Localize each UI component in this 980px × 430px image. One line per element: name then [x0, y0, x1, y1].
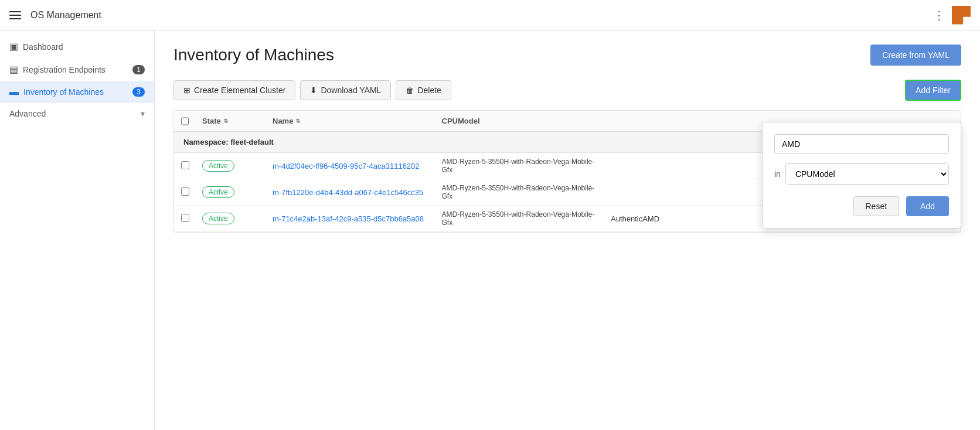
- state-sort-icon: ⇅: [223, 118, 228, 124]
- row2-name: m-7fb1220e-d4b4-43dd-a067-c4e1c546cc35: [266, 188, 435, 197]
- toolbar: ⊞ Create Elemental Cluster ⬇ Download YA…: [173, 80, 961, 101]
- trash-icon: 🗑: [406, 86, 414, 95]
- advanced-label: Advanced: [9, 109, 46, 118]
- endpoints-icon: ▤: [9, 64, 18, 75]
- select-all-cell: [174, 117, 195, 125]
- toolbar-left: ⊞ Create Elemental Cluster ⬇ Download YA…: [173, 80, 451, 100]
- create-cluster-label: Create Elemental Cluster: [194, 86, 285, 95]
- sidebar-item-label: Dashboard: [23, 42, 63, 52]
- row3-checkbox[interactable]: [181, 214, 189, 222]
- row1-name: m-4d2f04ec-ff96-4509-95c7-4aca31116202: [266, 162, 435, 170]
- cpumodel-header[interactable]: CPUModel: [435, 117, 604, 125]
- cluster-icon: ⊞: [183, 86, 190, 95]
- row2-cpu: AMD-Ryzen-5-3550H-with-Radeon-Vega-Mobil…: [435, 184, 604, 200]
- machine-link[interactable]: m-7fb1220e-d4b4-43dd-a067-c4e1c546cc35: [273, 188, 423, 197]
- row3-col4: AuthenticAMD: [604, 214, 773, 223]
- name-sort-icon: ⇅: [295, 118, 300, 124]
- filter-field-select[interactable]: CPUModel Name State: [785, 163, 949, 185]
- inventory-badge: 3: [132, 87, 145, 97]
- namespace-value: fleet-default: [230, 138, 274, 146]
- filter-reset-button[interactable]: Reset: [853, 196, 900, 216]
- layout: ▣ Dashboard ▤ Registration Endpoints 1 ▬…: [0, 30, 980, 430]
- dashboard-icon: ▣: [9, 41, 18, 52]
- name-header[interactable]: Name ⇅: [266, 117, 435, 125]
- sidebar-item-label: Registration Endpoints: [23, 65, 106, 74]
- status-badge: Active: [202, 213, 234, 224]
- sidebar-item-inventory[interactable]: ▬ Inventory of Machines 3: [0, 81, 154, 103]
- download-yaml-label: Download YAML: [321, 86, 381, 95]
- row3-name: m-71c4e2ab-13af-42c9-a535-d5c7bb6a5a08: [266, 214, 435, 223]
- create-yaml-button[interactable]: Create from YAML: [870, 45, 961, 66]
- machine-link[interactable]: m-4d2f04ec-ff96-4509-95c7-4aca31116202: [273, 162, 420, 170]
- more-options-icon[interactable]: ⋮: [933, 8, 945, 22]
- row2-checkbox[interactable]: [181, 187, 189, 196]
- row1-state: Active: [195, 160, 266, 172]
- row3-select: [174, 214, 195, 224]
- download-icon: ⬇: [310, 86, 317, 95]
- header-left: OS Management: [9, 10, 101, 21]
- select-all-checkbox[interactable]: [181, 117, 189, 125]
- add-filter-button[interactable]: Add Filter: [905, 80, 961, 101]
- download-yaml-button[interactable]: ⬇ Download YAML: [300, 80, 391, 100]
- delete-button[interactable]: 🗑 Delete: [396, 80, 451, 100]
- app-title: OS Management: [30, 10, 101, 21]
- col4-header: [604, 117, 773, 125]
- sidebar-item-label: Inventory of Machines: [23, 87, 104, 97]
- filter-actions: Reset Add: [774, 196, 949, 216]
- sidebar-item-dashboard[interactable]: ▣ Dashboard: [0, 35, 154, 58]
- endpoints-badge: 1: [132, 65, 145, 74]
- row2-state: Active: [195, 186, 266, 198]
- row3-cpu: AMD-Ryzen-5-3550H-with-Radeon-Vega-Mobil…: [435, 210, 604, 227]
- hamburger-icon[interactable]: [9, 11, 21, 19]
- row1-cpu: AMD-Ryzen-5-3550H-with-Radeon-Vega-Mobil…: [435, 158, 604, 174]
- brand-icon: [952, 6, 971, 25]
- namespace-prefix: Namespace:: [183, 138, 229, 146]
- delete-label: Delete: [417, 86, 441, 95]
- header-right: ⋮: [933, 6, 971, 25]
- filter-field-row: in CPUModel Name State: [774, 163, 949, 185]
- filter-search-input[interactable]: [774, 134, 949, 154]
- status-badge: Active: [202, 186, 234, 198]
- create-cluster-button[interactable]: ⊞ Create Elemental Cluster: [173, 80, 295, 100]
- filter-panel: in CPUModel Name State Reset Add: [762, 122, 961, 228]
- filter-in-label: in: [774, 169, 781, 179]
- row1-checkbox[interactable]: [181, 161, 189, 169]
- sidebar: ▣ Dashboard ▤ Registration Endpoints 1 ▬…: [0, 30, 155, 430]
- main-content: Inventory of Machines Create from YAML ⊞…: [155, 30, 980, 430]
- row2-select: [174, 187, 195, 197]
- page-title: Inventory of Machines: [173, 46, 334, 64]
- sidebar-item-registration-endpoints[interactable]: ▤ Registration Endpoints 1: [0, 58, 154, 81]
- status-badge: Active: [202, 160, 234, 172]
- inventory-icon: ▬: [9, 87, 19, 97]
- app-header: OS Management ⋮: [0, 0, 980, 30]
- sidebar-item-advanced[interactable]: Advanced ▾: [0, 103, 154, 124]
- row1-select: [174, 161, 195, 171]
- page-header: Inventory of Machines Create from YAML: [173, 45, 961, 66]
- machine-link[interactable]: m-71c4e2ab-13af-42c9-a535-d5c7bb6a5a08: [273, 214, 424, 223]
- state-header[interactable]: State ⇅: [195, 117, 266, 125]
- chevron-down-icon: ▾: [141, 109, 145, 118]
- row3-state: Active: [195, 213, 266, 224]
- filter-add-button[interactable]: Add: [906, 196, 949, 216]
